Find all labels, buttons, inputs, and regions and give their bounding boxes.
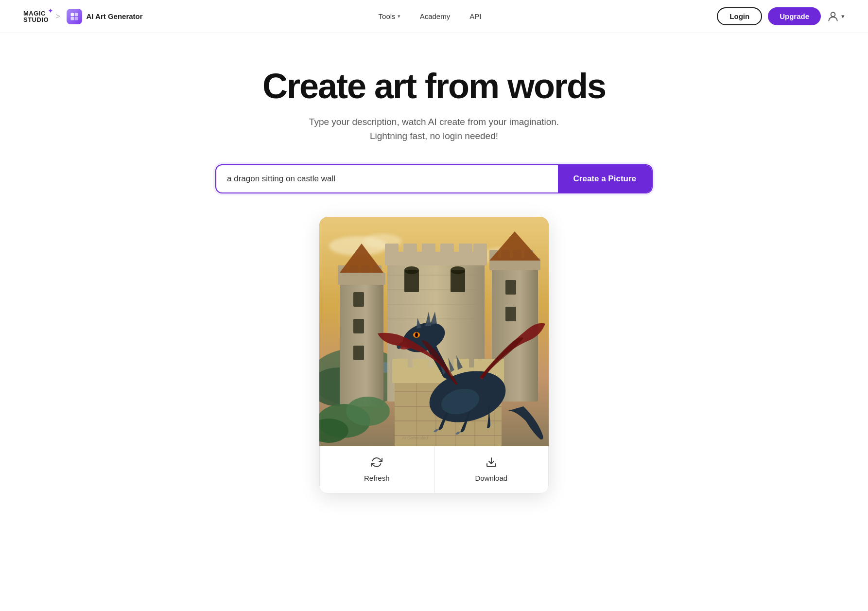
tool-info: AI Art Generator xyxy=(67,9,142,24)
tool-icon xyxy=(67,9,82,24)
upgrade-button[interactable]: Upgrade xyxy=(768,7,821,25)
svg-rect-0 xyxy=(71,13,74,16)
prompt-container: Create a Picture xyxy=(215,164,653,193)
svg-rect-59 xyxy=(413,359,428,377)
login-button[interactable]: Login xyxy=(717,7,762,25)
logo[interactable]: MAGIC STUDIO ✦ xyxy=(23,10,49,23)
svg-point-4 xyxy=(831,12,835,17)
svg-rect-2 xyxy=(71,17,74,20)
chevron-down-icon: ▾ xyxy=(398,13,400,19)
user-chevron-icon: ▾ xyxy=(841,13,845,20)
download-icon xyxy=(486,456,497,471)
svg-rect-58 xyxy=(392,359,408,377)
generated-image-wrapper: AI Generated Refresh xyxy=(319,217,549,493)
download-label: Download xyxy=(475,474,507,482)
refresh-label: Refresh xyxy=(364,474,390,482)
svg-rect-45 xyxy=(505,280,516,295)
svg-rect-1 xyxy=(75,13,78,16)
svg-rect-21 xyxy=(353,346,364,360)
svg-rect-28 xyxy=(385,244,399,263)
svg-rect-32 xyxy=(459,244,472,263)
generated-image: AI Generated xyxy=(319,217,549,446)
svg-rect-29 xyxy=(403,244,417,263)
main-nav: Tools ▾ Academy API xyxy=(371,8,489,24)
nav-api[interactable]: API xyxy=(462,8,489,24)
header-left: MAGIC STUDIO ✦ > AI Art Generator xyxy=(23,9,143,24)
svg-point-71 xyxy=(346,397,390,426)
prompt-input[interactable] xyxy=(216,165,558,192)
svg-rect-46 xyxy=(505,307,516,321)
svg-rect-30 xyxy=(422,244,435,263)
download-button[interactable]: Download xyxy=(434,446,549,493)
refresh-button[interactable]: Refresh xyxy=(320,446,434,493)
svg-point-37 xyxy=(451,266,465,274)
svg-point-67 xyxy=(415,332,418,337)
header-right: Login Upgrade ▾ xyxy=(717,7,845,25)
svg-rect-31 xyxy=(440,244,454,263)
logo-text: MAGIC xyxy=(23,10,49,17)
page-title: Create art from words xyxy=(262,67,606,105)
svg-rect-19 xyxy=(353,292,364,307)
tool-name: AI Art Generator xyxy=(86,12,142,20)
user-menu[interactable]: ▾ xyxy=(827,10,845,23)
logo-subtext: STUDIO xyxy=(23,17,49,23)
svg-text:AI Generated: AI Generated xyxy=(401,436,429,440)
create-picture-button[interactable]: Create a Picture xyxy=(558,165,652,192)
page-subtitle: Type your description, watch AI create f… xyxy=(309,115,559,143)
nav-tools[interactable]: Tools ▾ xyxy=(371,8,408,24)
refresh-icon xyxy=(371,456,382,471)
logo-star-icon: ✦ xyxy=(48,7,53,14)
svg-point-35 xyxy=(404,266,419,274)
breadcrumb-separator: > xyxy=(55,12,60,21)
main-content: Create art from words Type your descript… xyxy=(0,33,868,493)
nav-academy[interactable]: Academy xyxy=(412,8,458,24)
header: MAGIC STUDIO ✦ > AI Art Generator Tools … xyxy=(0,0,868,33)
svg-rect-33 xyxy=(473,244,487,263)
svg-rect-20 xyxy=(353,319,364,333)
svg-rect-3 xyxy=(75,17,78,20)
action-buttons: Refresh Download xyxy=(319,445,549,493)
